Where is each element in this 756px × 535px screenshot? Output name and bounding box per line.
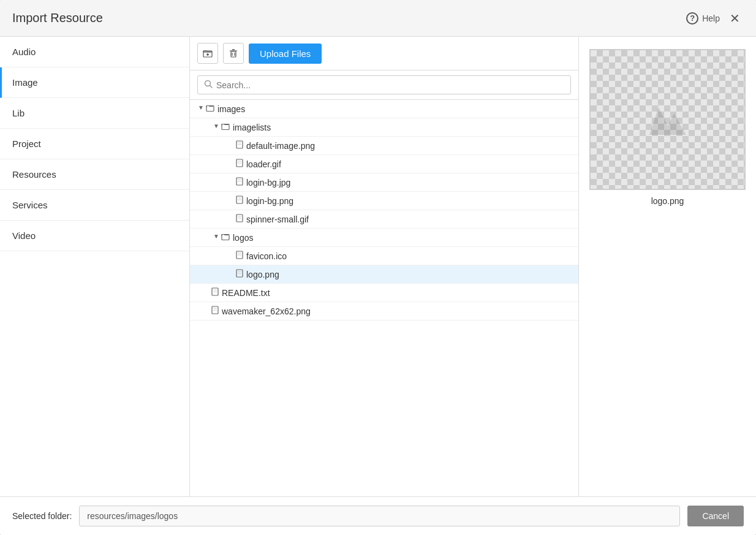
- toolbar: Upload Files: [190, 37, 578, 70]
- file-label: README.txt: [222, 288, 270, 298]
- sidebar-item-video[interactable]: Video: [0, 221, 189, 251]
- selected-folder-input[interactable]: [79, 506, 680, 526]
- tree-file-favicon[interactable]: favicon.ico: [190, 247, 578, 265]
- file-label: favicon.ico: [246, 251, 287, 261]
- svg-rect-3: [231, 51, 236, 57]
- file-icon: [236, 195, 243, 206]
- folder-icon: [221, 122, 230, 132]
- preview-logo-svg: [646, 101, 689, 138]
- sidebar-item-label: Services: [12, 200, 48, 210]
- dialog-footer: Selected folder: Cancel: [0, 496, 756, 535]
- file-label: wavemaker_62x62.png: [222, 306, 311, 316]
- sidebar-item-project[interactable]: Project: [0, 129, 189, 159]
- delete-icon: [229, 48, 238, 58]
- sidebar-item-label: Lib: [12, 108, 25, 118]
- sidebar-item-audio[interactable]: Audio: [0, 37, 189, 67]
- tree-file-loader[interactable]: loader.gif: [190, 155, 578, 173]
- file-icon: [236, 177, 243, 188]
- help-icon: ?: [686, 12, 698, 25]
- selected-folder-label: Selected folder:: [12, 511, 72, 521]
- sidebar-item-label: Video: [12, 230, 36, 241]
- file-tree: ▼ images ▼ imagelists: [190, 100, 578, 496]
- file-icon: [236, 214, 243, 224]
- import-resource-dialog: Import Resource ? Help ✕ Audio Image Lib…: [0, 0, 756, 535]
- dialog-body: Audio Image Lib Project Resources Servic…: [0, 37, 756, 496]
- tree-folder-imagelists[interactable]: ▼ imagelists: [190, 118, 578, 137]
- folder-label-images: images: [217, 104, 245, 114]
- search-input-wrap: [197, 75, 571, 94]
- svg-line-9: [210, 86, 213, 88]
- tree-file-default-image[interactable]: default-image.png: [190, 137, 578, 155]
- sidebar-item-services[interactable]: Services: [0, 190, 189, 221]
- file-label: spinner-small.gif: [246, 214, 309, 224]
- tree-file-spinner[interactable]: spinner-small.gif: [190, 210, 578, 229]
- help-label: Help: [702, 13, 720, 23]
- tree-file-logo-png[interactable]: logo.png: [190, 265, 578, 284]
- folder-icon: [206, 104, 214, 114]
- file-icon: [211, 306, 219, 316]
- cancel-button[interactable]: Cancel: [687, 506, 744, 526]
- file-label: loader.gif: [246, 159, 281, 169]
- file-icon: [236, 269, 243, 279]
- search-input[interactable]: [216, 80, 564, 90]
- dialog-title: Import Resource: [12, 11, 103, 25]
- folder-icon: [221, 232, 230, 243]
- file-icon: [211, 287, 219, 298]
- tree-folder-logos[interactable]: ▼ logos: [190, 229, 578, 247]
- sidebar-item-resources[interactable]: Resources: [0, 159, 189, 190]
- tree-file-login-bg-png[interactable]: login-bg.png: [190, 192, 578, 210]
- checker-background: [591, 50, 744, 189]
- tree-file-wavemaker[interactable]: wavemaker_62x62.png: [190, 302, 578, 321]
- sidebar: Audio Image Lib Project Resources Servic…: [0, 37, 190, 496]
- sidebar-item-lib[interactable]: Lib: [0, 98, 189, 129]
- add-folder-icon: [203, 48, 213, 58]
- file-icon: [236, 251, 243, 261]
- sidebar-item-label: Audio: [12, 47, 36, 57]
- file-label: login-bg.png: [246, 196, 293, 206]
- add-folder-button[interactable]: [197, 43, 218, 64]
- file-icon: [236, 159, 243, 169]
- chevron-down-icon: ▼: [211, 123, 221, 132]
- sidebar-item-label: Image: [12, 77, 38, 88]
- upload-files-button[interactable]: Upload Files: [249, 44, 322, 64]
- delete-button[interactable]: [223, 43, 244, 64]
- tree-file-readme[interactable]: README.txt: [190, 284, 578, 302]
- search-icon: [204, 80, 213, 90]
- tree-folder-images[interactable]: ▼ images: [190, 100, 578, 118]
- preview-panel: logo.png: [578, 37, 756, 496]
- chevron-down-icon: ▼: [196, 104, 206, 114]
- sidebar-item-label: Resources: [12, 169, 56, 180]
- file-label: logo.png: [246, 270, 279, 279]
- preview-filename: logo.png: [651, 196, 684, 206]
- search-bar: [190, 70, 578, 100]
- help-button[interactable]: ? Help: [686, 12, 720, 25]
- sidebar-item-label: Project: [12, 138, 41, 149]
- tree-file-login-bg-jpg[interactable]: login-bg.jpg: [190, 173, 578, 192]
- close-button[interactable]: ✕: [726, 11, 744, 26]
- chevron-down-icon: ▼: [211, 233, 221, 243]
- sidebar-item-image[interactable]: Image: [0, 67, 189, 98]
- folder-label-imagelists: imagelists: [233, 123, 271, 132]
- file-label: default-image.png: [246, 141, 315, 151]
- main-content: Upload Files ▼: [190, 37, 578, 496]
- file-label: login-bg.jpg: [246, 178, 290, 188]
- dialog-header: Import Resource ? Help ✕: [0, 0, 756, 37]
- file-icon: [236, 140, 243, 151]
- preview-image-wrap: [589, 49, 746, 190]
- header-actions: ? Help ✕: [686, 11, 744, 26]
- folder-label-logos: logos: [233, 233, 253, 243]
